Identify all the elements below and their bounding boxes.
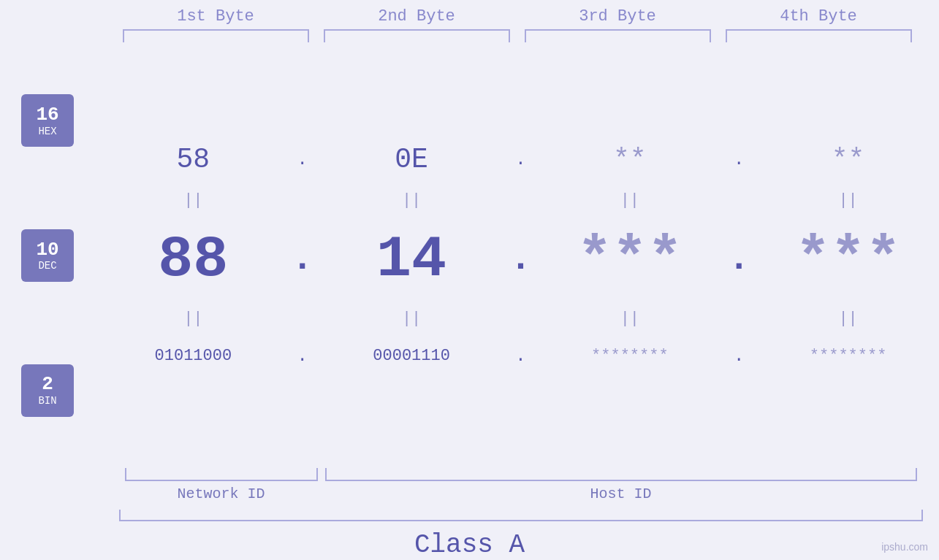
byte-header-4: 4th Byte [718,7,919,29]
bin-cell-3: ******** [539,347,721,365]
dot-hex-2: . [503,150,539,169]
dec-cell-3: *** [539,226,721,293]
bottom-bracket-section: Network ID Host ID [119,468,923,502]
hex-cell-1: 58 [102,144,284,175]
dec-cell-4: *** [757,226,939,293]
dec-cell-1: 88 [102,226,284,293]
value-grid: 58 . 0E . ** . ** [102,46,939,465]
sep-1: || || || || [102,188,939,212]
network-id-label: Network ID [125,486,318,502]
network-id-bracket [125,468,318,481]
bin-cell-2: 00001110 [321,347,503,365]
hex-badge: 16 HEX [21,94,74,147]
dot-hex-1: . [284,150,321,169]
hex-cell-4: ** [757,144,939,175]
host-id-bracket [325,468,917,481]
bin-cell-4: ******** [757,347,939,365]
host-id-label: Host ID [325,486,917,502]
dot-bin-3: . [721,346,757,366]
sep-2: || || || || [102,307,939,330]
dec-cell-2: 14 [321,226,503,293]
bin-row: 01011000 . 00001110 . ******** . [102,330,939,381]
byte-header-1: 1st Byte [115,7,316,29]
bottom-brackets [119,468,923,481]
bracket-4 [726,29,912,42]
bracket-3 [525,29,711,42]
dot-bin-1: . [284,346,321,366]
bracket-1 [123,29,309,42]
dot-dec-1: . [284,241,321,277]
dot-hex-3: . [721,150,757,169]
main-container: 1st Byte 2nd Byte 3rd Byte 4th Byte 16 H… [0,0,939,560]
top-brackets [115,29,919,42]
bin-cell-1: 01011000 [102,347,284,365]
bin-badge: 2 BIN [21,364,74,417]
byte-header-3: 3rd Byte [517,7,718,29]
byte-headers: 1st Byte 2nd Byte 3rd Byte 4th Byte [115,7,919,29]
hex-row: 58 . 0E . ** . ** [102,130,939,188]
dot-bin-2: . [503,346,539,366]
class-bracket [119,510,923,521]
dec-badge: 10 DEC [21,229,74,282]
dot-dec-3: . [721,241,757,277]
hex-cell-3: ** [539,144,721,175]
base-labels: 16 HEX 10 DEC 2 BIN [0,46,95,465]
hex-cell-2: 0E [321,144,503,175]
dec-row: 88 . 14 . *** . *** [102,212,939,307]
id-labels: Network ID Host ID [119,486,923,502]
watermark: ipshu.com [881,541,928,553]
dot-dec-2: . [503,241,539,277]
bracket-2 [324,29,510,42]
class-label: Class A [0,530,939,560]
byte-header-2: 2nd Byte [316,7,517,29]
